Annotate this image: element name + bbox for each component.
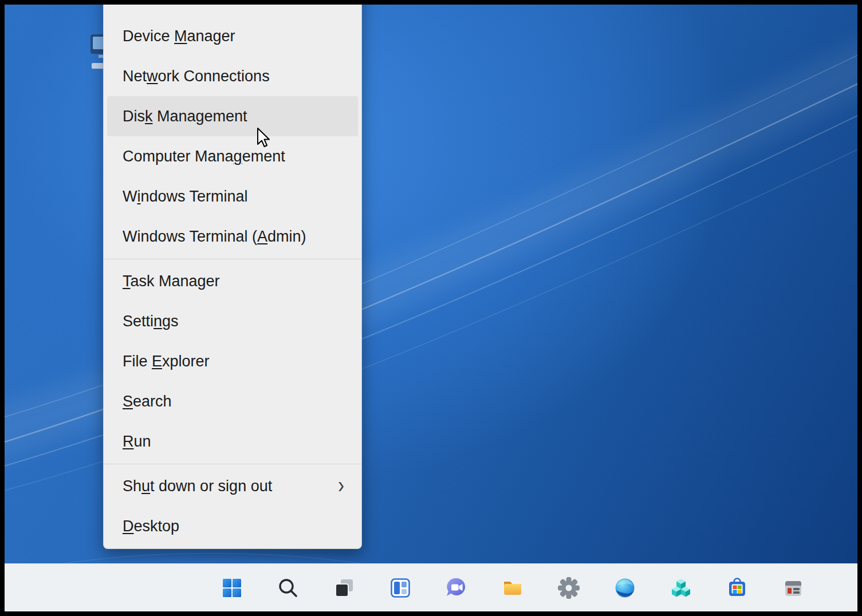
menu-item-label: Run	[123, 433, 151, 451]
access-key: S	[123, 393, 133, 410]
menu-item-windows-terminal-admin[interactable]: Windows Terminal (Admin)	[107, 216, 358, 256]
label-post: Management	[153, 108, 247, 125]
menu-item-shut-down-or-sign-out[interactable]: Shut down or sign out ›	[107, 466, 358, 506]
label-pre: Setti	[123, 313, 153, 330]
menu-item-label: Disk Management	[123, 108, 247, 125]
label-pre: Windows Terminal (	[123, 228, 257, 245]
winx-menu: System Device Manager Network Connection…	[103, 5, 362, 549]
taskbar-file-explorer-button[interactable]	[501, 572, 525, 604]
label-post: ndows Terminal	[140, 188, 247, 205]
search-icon	[277, 576, 300, 599]
menu-item-label: Search	[123, 393, 172, 410]
access-key: D	[123, 518, 134, 535]
menu-item-label: Device Manager	[123, 27, 235, 45]
taskbar-settings-button[interactable]	[557, 572, 581, 604]
access-key: u	[141, 477, 150, 495]
access-key: w	[147, 68, 158, 85]
menu-item-settings[interactable]: Settings	[107, 301, 358, 341]
menu-item-label: System	[123, 5, 174, 5]
menu-item-label: Task Manager	[123, 273, 220, 290]
taskbar-icon-row	[220, 564, 805, 611]
label-pre: File	[123, 353, 152, 370]
screenshot-frame: System Device Manager Network Connection…	[0, 0, 862, 616]
menu-item-file-explorer[interactable]: File Explorer	[107, 341, 358, 381]
taskbar-search-button[interactable]	[276, 572, 300, 604]
access-key: T	[123, 273, 131, 290]
taskbar-chat-button[interactable]	[444, 572, 469, 604]
menu-item-label: Windows Terminal	[123, 188, 248, 206]
menu-item-computer-management[interactable]: Computer Management	[107, 136, 358, 176]
menu-item-label: Windows Terminal (Admin)	[123, 228, 306, 246]
menu-item-windows-terminal[interactable]: Windows Terminal	[107, 176, 358, 216]
taskbar-utility-app-button[interactable]	[781, 572, 805, 604]
microsoft-store-icon	[726, 576, 749, 599]
access-key: R	[123, 433, 134, 450]
taskbar-cubes-app-button[interactable]	[669, 572, 693, 604]
start-icon	[221, 576, 243, 599]
label-pre: Computer Mana	[123, 148, 234, 165]
label-pre: Net	[123, 68, 147, 85]
taskbar	[5, 563, 857, 611]
cubes-app-icon	[670, 576, 692, 599]
edge-icon	[613, 576, 636, 599]
label-post: t down or sign out	[150, 477, 272, 495]
menu-item-desktop[interactable]: Desktop	[107, 506, 358, 546]
taskbar-edge-button[interactable]	[613, 572, 637, 604]
menu-item-label: Computer Management	[123, 148, 285, 165]
task-view-icon	[333, 576, 356, 599]
label-post: earch	[133, 393, 172, 410]
file-explorer-icon	[501, 576, 524, 599]
widgets-icon	[389, 576, 412, 599]
access-key: k	[145, 108, 153, 125]
access-key: g	[234, 148, 242, 165]
menu-item-disk-management[interactable]: Disk Management	[107, 96, 358, 136]
label-post: esktop	[134, 518, 180, 535]
settings-gear-icon	[557, 576, 580, 599]
label-post: anager	[187, 27, 235, 45]
menu-separator	[104, 256, 361, 261]
access-key: A	[257, 228, 267, 245]
label-post: ork Connections	[158, 68, 270, 85]
menu-separator	[104, 461, 361, 466]
label-pre: Sh	[123, 477, 141, 495]
access-key: M	[174, 27, 187, 45]
taskbar-task-view-button[interactable]	[332, 572, 356, 604]
label-post: xplorer	[162, 353, 210, 370]
menu-item-task-manager[interactable]: Task Manager	[107, 261, 358, 301]
label-post: gs	[162, 313, 179, 330]
menu-item-search[interactable]: Search	[107, 381, 358, 421]
menu-item-label: Shut down or sign out	[123, 477, 272, 495]
menu-item-label: Network Connections	[123, 68, 270, 85]
submenu-chevron-icon: ›	[338, 472, 344, 498]
label-post: un	[134, 433, 151, 450]
menu-item-run[interactable]: Run	[107, 421, 358, 461]
label-post: ement	[242, 148, 285, 165]
menu-item-network-connections[interactable]: Network Connections	[107, 56, 358, 96]
label-pre: Dis	[123, 108, 145, 125]
menu-item-label: Desktop	[123, 518, 179, 535]
menu-item-system[interactable]: System	[107, 5, 358, 16]
taskbar-widgets-button[interactable]	[388, 572, 412, 604]
label-post: ask Manager	[131, 273, 220, 290]
menu-item-device-manager[interactable]: Device Manager	[107, 16, 358, 56]
label-post: dmin)	[267, 228, 306, 245]
label-pre: Device	[123, 27, 174, 45]
access-key: n	[153, 313, 162, 330]
chat-icon	[445, 576, 468, 599]
menu-item-label: File Explorer	[123, 353, 210, 370]
taskbar-microsoft-store-button[interactable]	[725, 572, 749, 604]
menu-item-label: Settings	[123, 313, 179, 330]
desktop[interactable]: System Device Manager Network Connection…	[5, 5, 857, 611]
label-pre: W	[123, 188, 137, 205]
utility-app-icon	[782, 576, 805, 599]
access-key: E	[152, 353, 162, 370]
taskbar-start-button[interactable]	[220, 572, 244, 604]
